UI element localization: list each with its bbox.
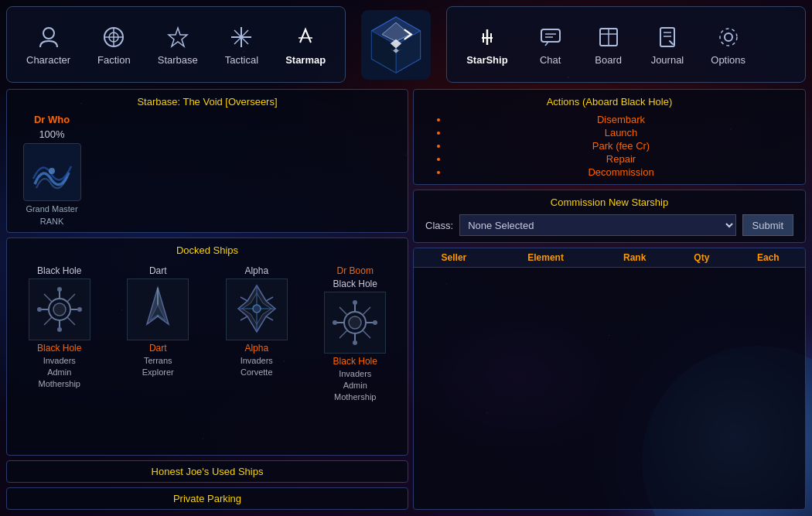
faction-label: Faction <box>97 54 131 66</box>
logo-cube <box>357 6 435 84</box>
nav-faction[interactable]: Faction <box>86 11 142 78</box>
nav-left: Character Faction <box>6 6 346 83</box>
ship-image-1 <box>29 279 90 340</box>
nav-tactical[interactable]: Tactical <box>213 11 270 78</box>
ship-card-alpha[interactable]: Alpha <box>210 265 303 402</box>
private-parking-title: Private Parking <box>173 493 241 504</box>
docked-ships-panel: Docked Ships Black Hole <box>6 237 408 456</box>
svg-point-0 <box>43 28 54 39</box>
svg-point-59 <box>349 316 361 329</box>
actions-panel: Actions (Aboard Black Hole) Disembark La… <box>413 89 806 185</box>
svg-line-56 <box>241 316 247 320</box>
nav-chat[interactable]: Chat <box>524 11 578 78</box>
ship-name-top-3: Alpha <box>244 265 268 276</box>
col-qty: Qty <box>672 248 732 268</box>
nav-starbase[interactable]: Starbase <box>146 11 210 78</box>
ship-link-4[interactable]: Black Hole <box>333 356 377 367</box>
chat-icon <box>537 23 565 51</box>
ship-name-top-4: Black Hole <box>333 279 377 289</box>
right-panel: Actions (Aboard Black Hole) Disembark La… <box>413 89 806 510</box>
nav-starship[interactable]: StarShip <box>455 11 519 78</box>
svg-point-30 <box>720 29 737 46</box>
ship-card-drboom[interactable]: Dr Boom Black Hole <box>309 265 402 402</box>
col-element: Element <box>494 248 598 268</box>
svg-line-55 <box>266 297 273 301</box>
starbase-label: Starbase <box>158 54 198 66</box>
board-label: Board <box>595 54 622 66</box>
ship-type-4a: Admin <box>343 381 367 390</box>
starship-label: StarShip <box>466 54 507 66</box>
action-park[interactable]: Park (fee Cr) <box>449 140 793 152</box>
ship-faction-2: Terrans <box>144 356 172 365</box>
svg-line-66 <box>339 330 347 338</box>
character-label: Character <box>26 54 70 66</box>
nav-board[interactable]: Board <box>582 11 636 78</box>
class-label: Class: <box>425 220 453 231</box>
ship-type-2: Explorer <box>142 367 174 377</box>
svg-point-68 <box>353 300 357 305</box>
commission-title: Commission New Starship <box>425 196 793 208</box>
starmap-label: Starmap <box>285 54 326 66</box>
svg-line-57 <box>266 316 273 320</box>
svg-point-43 <box>57 327 62 332</box>
action-decommission[interactable]: Decommission <box>449 166 793 178</box>
nav-options[interactable]: Options <box>699 11 757 78</box>
ship-image-4 <box>324 292 386 354</box>
ship-link-2[interactable]: Dart <box>149 343 167 354</box>
svg-point-71 <box>373 320 377 325</box>
journal-icon <box>653 23 681 51</box>
nav-character[interactable]: Character <box>15 11 82 78</box>
svg-point-29 <box>725 33 732 41</box>
board-icon <box>595 23 623 51</box>
svg-rect-20 <box>541 29 560 42</box>
submit-button[interactable]: Submit <box>742 214 793 236</box>
options-label: Options <box>711 54 745 66</box>
character-icon <box>35 23 63 51</box>
starbase-title: Starbase: The Void [Overseers] <box>13 96 401 108</box>
svg-point-42 <box>57 287 62 292</box>
svg-point-69 <box>353 340 357 345</box>
action-launch[interactable]: Launch <box>449 127 793 138</box>
main-content: Starbase: The Void [Overseers] Dr Who 10… <box>0 89 812 516</box>
char-rank-label: RANK <box>40 217 64 226</box>
chat-label: Chat <box>540 54 561 66</box>
starship-icon <box>473 23 501 51</box>
svg-point-70 <box>333 320 337 325</box>
docked-ships-title: Docked Ships <box>13 244 401 256</box>
ship-faction-3: Invaders <box>241 356 273 365</box>
action-repair[interactable]: Repair <box>449 153 793 165</box>
options-icon <box>715 23 742 51</box>
private-parking-section[interactable]: Private Parking <box>6 487 408 510</box>
ship-card-blackhole[interactable]: Black Hole <box>13 265 106 402</box>
svg-point-44 <box>37 307 42 312</box>
ship-card-dart[interactable]: Dart Dart Terrans Explorer <box>112 265 205 402</box>
ship-image-2 <box>127 279 189 340</box>
used-ships-section[interactable]: Honest Joe's Used Ships <box>6 460 408 483</box>
market-table: Seller Element Rank Qty Each <box>414 248 805 268</box>
tactical-icon <box>227 23 255 51</box>
faction-icon <box>100 23 128 51</box>
ship-name-top-1: Black Hole <box>37 265 81 276</box>
nav-right: StarShip Chat <box>446 6 806 83</box>
char-info: Dr Who 100% Grand <box>13 114 90 226</box>
nav-journal[interactable]: Journal <box>640 11 696 78</box>
char-percent: 100% <box>39 128 64 140</box>
journal-label: Journal <box>651 54 684 66</box>
ship-image-3 <box>226 279 288 340</box>
ship-link-1[interactable]: Black Hole <box>37 343 81 354</box>
action-disembark[interactable]: Disembark <box>449 114 793 125</box>
actions-list: Disembark Launch Park (fee Cr) Repair De… <box>425 114 793 178</box>
ship-link-3[interactable]: Alpha <box>244 343 268 354</box>
svg-line-39 <box>67 294 75 302</box>
top-nav: Character Faction <box>0 0 812 89</box>
col-each: Each <box>732 248 805 268</box>
svg-line-54 <box>241 297 247 301</box>
svg-line-65 <box>363 307 370 315</box>
class-select[interactable]: None Selected <box>459 214 735 236</box>
nav-starmap[interactable]: Starmap <box>274 11 337 78</box>
svg-point-31 <box>49 168 55 174</box>
ships-grid: Black Hole <box>13 262 401 405</box>
char-avatar <box>23 143 81 201</box>
ship-type-1b: Mothership <box>39 379 80 388</box>
commission-row: Class: None Selected Submit <box>425 214 793 236</box>
